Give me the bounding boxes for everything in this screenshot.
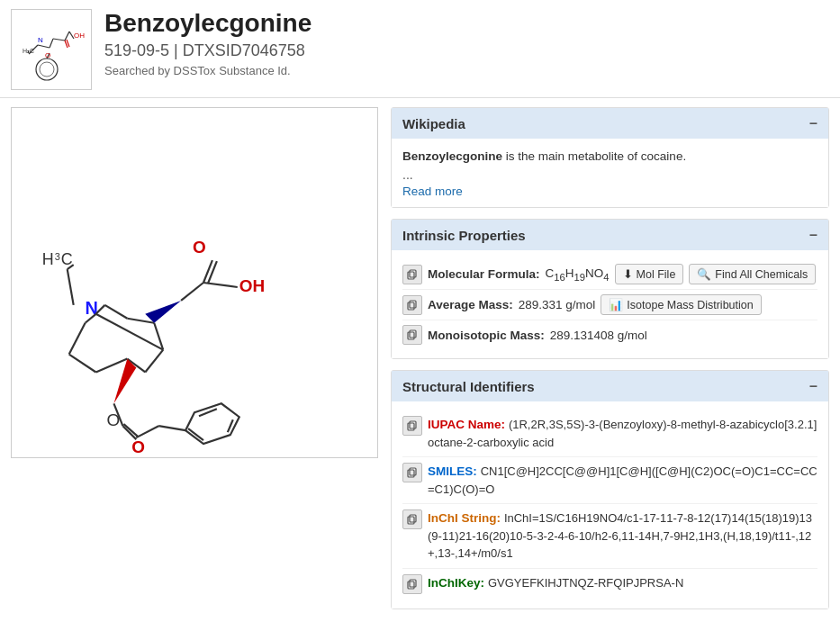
smiles-label: SMILES: <box>428 464 477 478</box>
svg-line-27 <box>127 319 154 323</box>
svg-rect-64 <box>410 580 416 587</box>
molecular-formula-label: Molecular Formula: <box>428 267 540 281</box>
copy-inchikey-btn[interactable] <box>402 574 422 594</box>
search-method: Searched by DSSTox Substance Id. <box>104 64 312 77</box>
intrinsic-toggle[interactable]: – <box>809 227 817 243</box>
smiles-value: CN1[C@H]2CC[C@@H]1[C@H]([C@H](C2)OC(=O)C… <box>428 464 817 496</box>
intrinsic-header: Intrinsic Properties – <box>392 220 828 250</box>
svg-rect-53 <box>408 302 414 310</box>
copy-smiles-btn[interactable] <box>402 463 422 482</box>
find-all-chemicals-button[interactable]: 🔍 Find All Chemicals <box>689 264 816 284</box>
svg-rect-52 <box>410 270 416 277</box>
svg-line-34 <box>203 260 212 283</box>
structural-toggle[interactable]: – <box>809 378 817 394</box>
wikipedia-text: Benzoylecgonine is the main metabolite o… <box>402 148 817 166</box>
svg-text:H: H <box>42 250 54 268</box>
find-all-chemicals-label: Find All Chemicals <box>715 268 808 281</box>
page-header: OH N H₃C O Benzoylecgonine 519-09-5 | DT… <box>0 0 840 98</box>
svg-rect-61 <box>408 517 414 524</box>
svg-rect-59 <box>408 470 414 477</box>
svg-line-50 <box>158 426 185 430</box>
svg-point-10 <box>40 62 54 77</box>
chart-icon: 📊 <box>609 298 623 311</box>
copy-monoisotopic-mass-btn[interactable] <box>402 325 422 345</box>
read-more-link[interactable]: Read more <box>402 185 463 198</box>
wikipedia-body: Benzoylecgonine is the main metabolite o… <box>392 139 828 207</box>
copy-icon-3 <box>407 329 418 340</box>
svg-text:O: O <box>107 410 121 429</box>
inchi-string-label: InChI String: <box>428 511 501 525</box>
svg-text:H₃C: H₃C <box>23 48 34 54</box>
svg-line-21 <box>69 323 86 355</box>
compound-info: Benzoylecgonine 519-09-5 | DTXSID7046758… <box>104 9 312 77</box>
structural-title: Structural Identifiers <box>402 379 535 394</box>
wikipedia-description: is the main metabolite of cocaine. <box>502 149 686 163</box>
structural-identifiers-section: Structural Identifiers – IUPAC Name: (1R… <box>391 370 829 609</box>
main-content: H 3 C N <box>0 98 840 618</box>
svg-line-2 <box>50 39 53 48</box>
iupac-name-content: IUPAC Name: (1R,2R,3S,5S)-3-(Benzoyloxy)… <box>428 416 817 451</box>
mol-file-label: Mol File <box>637 268 676 281</box>
smiles-row: SMILES: CN1[C@H]2CC[C@@H]1[C@H]([C@H](C2… <box>402 457 817 504</box>
svg-text:O: O <box>193 238 206 257</box>
isotope-mass-distribution-button[interactable]: 📊 Isotope Mass Distribution <box>601 294 761 315</box>
svg-rect-62 <box>410 515 416 522</box>
svg-line-23 <box>96 359 128 373</box>
mol-file-button[interactable]: ⬇ Mol File <box>615 264 684 284</box>
compound-name: Benzoylecgonine <box>104 9 312 38</box>
structural-body: IUPAC Name: (1R,2R,3S,5S)-3-(Benzoyloxy)… <box>392 401 828 608</box>
svg-line-35 <box>208 261 217 284</box>
copy-inchi-string-btn[interactable] <box>402 509 422 529</box>
svg-text:O: O <box>131 437 145 456</box>
copy-iupac-btn[interactable] <box>402 416 422 436</box>
svg-point-9 <box>36 59 58 80</box>
svg-line-33 <box>181 283 203 301</box>
svg-rect-58 <box>410 421 416 428</box>
molecule-structure-panel: H 3 C N <box>11 107 378 458</box>
monoisotopic-mass-value: 289.131408 g/mol <box>550 329 647 342</box>
iupac-label: IUPAC Name: <box>428 418 505 431</box>
svg-rect-54 <box>410 301 416 308</box>
svg-text:O: O <box>45 51 50 59</box>
inchikey-row: InChIKey: GVGYEFKIHJTNQZ-RFQIPJPRSA-N <box>402 569 817 599</box>
svg-text:N: N <box>38 36 43 44</box>
copy-icon-6 <box>407 514 418 525</box>
copy-icon-5 <box>407 467 418 478</box>
svg-line-36 <box>203 283 238 287</box>
intrinsic-body: Molecular Formula: C16H19NO4 ⬇ Mol File … <box>392 250 828 358</box>
right-panel: Wikipedia – Benzoylecgonine is the main … <box>391 107 829 609</box>
svg-text:OH: OH <box>74 32 85 40</box>
wikipedia-toggle[interactable]: – <box>809 115 817 131</box>
structural-header: Structural Identifiers – <box>392 371 828 401</box>
svg-line-22 <box>69 355 96 373</box>
smiles-content: SMILES: CN1[C@H]2CC[C@@H]1[C@H]([C@H](C2… <box>428 463 817 498</box>
copy-molecular-formula-btn[interactable] <box>402 265 422 284</box>
svg-rect-56 <box>410 330 416 338</box>
svg-line-28 <box>105 305 128 319</box>
svg-rect-60 <box>410 468 416 475</box>
copy-icon-7 <box>407 579 418 590</box>
svg-rect-51 <box>408 272 414 279</box>
search-icon: 🔍 <box>697 267 711 281</box>
wikipedia-header: Wikipedia – <box>392 108 828 139</box>
average-mass-row: Average Mass: 289.331 g/mol 📊 Isotope Ma… <box>402 290 817 320</box>
svg-line-1 <box>38 45 50 48</box>
svg-marker-32 <box>145 301 181 323</box>
inchikey-content: InChIKey: GVGYEFKIHJTNQZ-RFQIPJPRSA-N <box>428 574 683 592</box>
svg-text:OH: OH <box>239 276 265 295</box>
svg-line-25 <box>145 350 163 373</box>
svg-rect-63 <box>408 581 414 589</box>
copy-average-mass-btn[interactable] <box>402 295 422 315</box>
svg-line-4 <box>65 32 69 41</box>
isotope-label: Isotope Mass Distribution <box>627 299 753 311</box>
monoisotopic-mass-row: Monoisotopic Mass: 289.131408 g/mol <box>402 320 817 349</box>
svg-rect-55 <box>408 332 414 339</box>
inchi-string-row: InChI String: InChI=1S/C16H19NO4/c1-17-1… <box>402 504 817 569</box>
svg-text:3: 3 <box>55 251 60 262</box>
compound-bold-name: Benzoylecgonine <box>402 149 502 163</box>
wiki-ellipsis: ... <box>402 167 817 182</box>
svg-line-3 <box>53 39 65 41</box>
download-icon: ⬇ <box>623 267 633 281</box>
inchi-string-content: InChI String: InChI=1S/C16H19NO4/c1-17-1… <box>428 509 817 563</box>
iupac-name-row: IUPAC Name: (1R,2R,3S,5S)-3-(Benzoyloxy)… <box>402 410 817 457</box>
